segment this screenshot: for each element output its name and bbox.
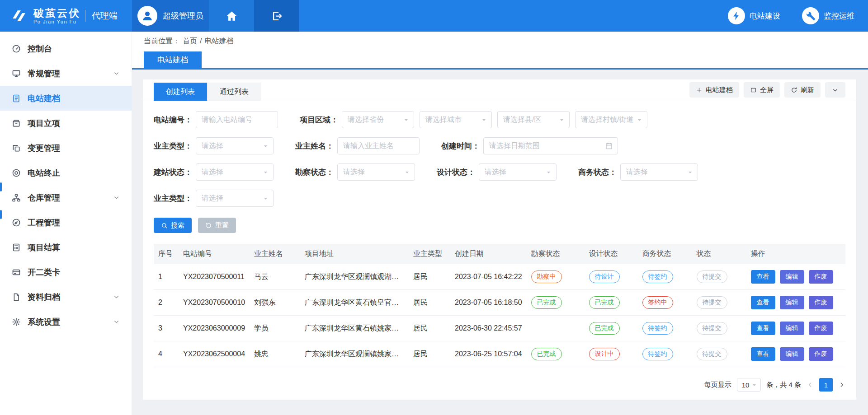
calculator-icon xyxy=(12,243,21,252)
sidebar-item-5[interactable]: 电站终止 xyxy=(0,160,132,185)
view-button[interactable]: 查看 xyxy=(751,270,775,284)
filter-label: 业主类型： xyxy=(154,193,192,204)
placeholder-text: 请选择 xyxy=(202,141,223,151)
view-button[interactable]: 查看 xyxy=(751,347,775,361)
collapse-button[interactable] xyxy=(825,82,845,98)
cell-design-status: 待设计 xyxy=(585,264,638,290)
province-select[interactable]: 请选择省份 xyxy=(342,111,414,128)
sidebar-item-7[interactable]: 工程管理 xyxy=(0,210,132,235)
sidebar-item-2[interactable]: 电站建档 xyxy=(0,86,132,111)
user-menu[interactable]: 超级管理员 xyxy=(132,0,209,32)
table-head: 序号电站编号业主姓名项目地址业主类型创建日期勘察状态设计状态商务状态状态操作 xyxy=(154,244,845,264)
toolbar-button-label: 刷新 xyxy=(801,86,814,94)
cell-owner-name: 姚忠 xyxy=(250,341,300,367)
survey-status-select[interactable]: 请选择 xyxy=(337,163,415,181)
owner-name-input[interactable] xyxy=(337,137,420,154)
content: 当前位置：首页/电站建档 电站建档 创建列表 通过列表 电站建档 全屏 刷新 电… xyxy=(132,32,868,415)
app-root: 破茧云伏 Po Jian Yun Fu 代理端 超级管理员 电站建设 监控运维 xyxy=(0,0,868,415)
per-page-select[interactable]: 10 xyxy=(737,378,761,392)
placeholder-text: 请选择省份 xyxy=(348,115,384,125)
card-icon xyxy=(12,268,21,277)
business-status-select[interactable]: 请选择 xyxy=(620,163,698,181)
fullscreen-button[interactable]: 全屏 xyxy=(744,82,780,98)
cell-actions: 查看编辑作废 xyxy=(746,290,845,316)
cell-no: 3 xyxy=(154,316,179,341)
search-button[interactable]: 搜索 xyxy=(154,218,192,233)
filter-group: 商务状态： 请选择 xyxy=(578,163,698,181)
current-page-button[interactable]: 1 xyxy=(819,378,833,392)
build-status-select[interactable]: 请选择 xyxy=(196,163,274,181)
user-name: 超级管理员 xyxy=(163,10,203,21)
sidebar-item-0[interactable]: 控制台 xyxy=(0,36,132,61)
cell-status: 待提交 xyxy=(692,341,746,367)
sidebar-item-8[interactable]: 项目结算 xyxy=(0,235,132,260)
sidebar-item-11[interactable]: 系统设置 xyxy=(0,309,132,334)
void-button[interactable]: 作废 xyxy=(809,270,833,284)
void-button[interactable]: 作废 xyxy=(809,296,833,309)
page-tab-station-filing[interactable]: 电站建档 xyxy=(144,51,202,68)
refresh-button[interactable]: 刷新 xyxy=(784,82,821,98)
next-page-button[interactable] xyxy=(838,381,845,388)
cell-station-code: YX2023070500011 xyxy=(179,264,250,290)
placeholder-text: 请选择 xyxy=(202,194,223,203)
status-badge: 已完成 xyxy=(589,322,620,335)
edit-button[interactable]: 编辑 xyxy=(780,270,804,284)
filter-label: 设计状态： xyxy=(437,167,475,177)
sidebar-item-label: 开二类卡 xyxy=(28,267,60,278)
create-date-range-input[interactable]: 请选择日期范围 xyxy=(483,137,618,154)
station-code-input[interactable] xyxy=(196,111,278,128)
filter-group: 电站编号： xyxy=(154,111,278,128)
town-select[interactable]: 请选择村镇/街道 xyxy=(575,111,647,128)
cell-business-status: 待签约 xyxy=(638,264,692,290)
filter-label: 电站编号： xyxy=(154,115,192,125)
sidebar-item-9[interactable]: 开二类卡 xyxy=(0,260,132,284)
home-button[interactable] xyxy=(209,0,254,32)
column-header: 创建日期 xyxy=(450,244,527,264)
prev-page-button[interactable] xyxy=(807,381,814,388)
status-badge: 签约中 xyxy=(642,296,673,309)
gear-icon xyxy=(12,317,21,326)
sidebar-item-4[interactable]: 变更管理 xyxy=(0,135,132,160)
edit-button[interactable]: 编辑 xyxy=(780,322,804,335)
design-status-select[interactable]: 请选择 xyxy=(479,163,557,181)
sidebar-scrollbar-mark xyxy=(0,182,2,191)
total-count-label: 条，共 4 条 xyxy=(766,381,801,389)
per-page-label: 每页显示 xyxy=(704,381,731,389)
placeholder-text: 请选择 xyxy=(343,168,365,177)
void-button[interactable]: 作废 xyxy=(809,347,833,361)
cell-owner-type: 居民 xyxy=(409,341,450,367)
sidebar-item-6[interactable]: 仓库管理 xyxy=(0,185,132,210)
view-button[interactable]: 查看 xyxy=(751,296,775,309)
edit-button[interactable]: 编辑 xyxy=(780,347,804,361)
owner-type-select[interactable]: 请选择 xyxy=(196,137,274,154)
logout-button[interactable] xyxy=(254,0,299,32)
filter-row: 电站编号： 项目区域： 请选择省份请选择城市请选择县/区请选择村镇/街道 xyxy=(154,111,845,128)
document-icon xyxy=(12,94,21,103)
add-station-button[interactable]: 电站建档 xyxy=(689,82,739,98)
placeholder-text: 请选择 xyxy=(485,168,506,177)
owner-type-2-select[interactable]: 请选择 xyxy=(196,190,274,207)
city-select[interactable]: 请选择城市 xyxy=(420,111,492,128)
tab-create-list[interactable]: 创建列表 xyxy=(154,83,207,101)
quick-link-station-build[interactable]: 电站建设 xyxy=(728,7,780,24)
filter-label: 商务状态： xyxy=(578,167,617,177)
tabs-row: 创建列表 通过列表 电站建档 全屏 刷新 xyxy=(143,79,856,101)
logout-icon xyxy=(271,10,283,22)
sidebar-item-label: 电站终止 xyxy=(28,168,60,178)
archive-icon xyxy=(12,119,21,128)
breadcrumb-home-link[interactable]: 首页 xyxy=(183,37,197,45)
quick-link-label: 电站建设 xyxy=(750,11,780,21)
cell-station-code: YX2023063000009 xyxy=(179,316,250,341)
sidebar-item-10[interactable]: 资料归档 xyxy=(0,284,132,309)
sidebar-item-1[interactable]: 常规管理 xyxy=(0,61,132,86)
county-select[interactable]: 请选择县/区 xyxy=(497,111,570,128)
tab-passed-list[interactable]: 通过列表 xyxy=(207,83,261,101)
void-button[interactable]: 作废 xyxy=(809,322,833,335)
view-button[interactable]: 查看 xyxy=(751,322,775,335)
search-icon xyxy=(161,222,168,229)
reset-button[interactable]: 重置 xyxy=(198,218,236,233)
edit-button[interactable]: 编辑 xyxy=(780,296,804,309)
quick-link-monitor-ops[interactable]: 监控运维 xyxy=(802,7,854,24)
sidebar-item-3[interactable]: 项目立项 xyxy=(0,111,132,135)
search-button-label: 搜索 xyxy=(171,221,184,230)
